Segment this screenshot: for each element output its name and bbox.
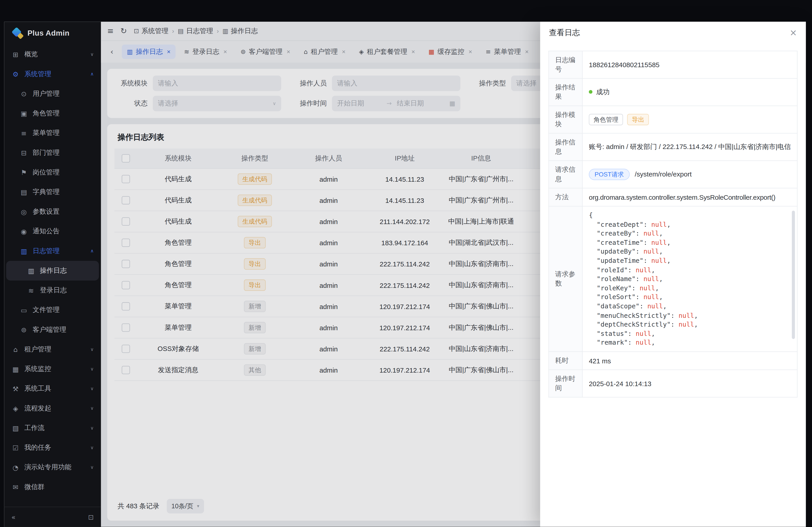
sidebar-item-menu[interactable]: ≡菜单管理 [6,123,99,143]
cell-operation-type: 导出 [219,274,291,296]
chevron-down-icon: ∨ [90,445,93,450]
sidebar-item-client[interactable]: ⊚客户端管理 [6,320,99,340]
filter-module-input[interactable]: 请输入 [153,76,281,91]
tab-tenant[interactable]: ⌂租户管理× [299,44,351,59]
sidebar-item-my-tasks[interactable]: ☑我的任务∨ [6,438,99,457]
sidebar-item-user[interactable]: ⊙用户管理 [6,84,99,104]
row-checkbox[interactable] [122,175,130,183]
close-tab-icon[interactable]: × [411,48,415,56]
date-end-placeholder: 结束日期 [392,99,446,108]
cell-ip-info: 中国|上海|上海市|联通 [443,211,520,232]
chevron-down-icon: ∨ [273,101,276,106]
filter-operator-label: 操作人员 [294,79,327,88]
sidebar-item-system-settings[interactable]: ⚙系统管理∧ [6,64,99,84]
system-icon: ⊡ [134,28,139,35]
sidebar-item-notice[interactable]: ◉通知公告 [6,222,99,241]
sidebar-item-label: 岗位管理 [33,168,60,177]
code-scrollbar-thumb[interactable] [792,211,795,339]
breadcrumb-item[interactable]: ▥操作日志 [222,26,258,35]
sidebar-item-post[interactable]: ⚑岗位管理 [6,163,99,182]
row-checkbox[interactable] [122,239,130,247]
sidebar-item-demo-feature[interactable]: ◔演示站专用功能∨ [6,457,99,477]
tab-label: 菜单管理 [494,47,521,56]
code-line: "createDept": null, [589,220,791,229]
operation-type-badge: 新增 [244,301,265,312]
field-method: 方法 org.dromara.system.controller.system.… [549,188,797,206]
tabs-back-icon[interactable]: ‹ [106,46,118,58]
menu-toggle-icon[interactable]: ≡ [107,27,114,35]
tab-operation-log[interactable]: ▥操作日志× [122,44,176,59]
sidebar-item-operation-log[interactable]: ▥操作日志 [6,261,99,281]
filter-module-label: 系统模块 [115,79,147,88]
filter-op-time-range[interactable]: 开始日期 → 结束日期 ▦ [332,96,460,111]
tab-login-log[interactable]: ≋登录日志× [179,44,232,59]
select-all-checkbox[interactable] [122,154,130,163]
code-line: "status": null, [589,329,791,338]
close-tab-icon[interactable]: × [167,48,171,56]
cell-operator: admin [291,317,367,338]
close-tab-icon[interactable]: × [342,48,346,56]
row-checkbox[interactable] [122,366,130,374]
null-literal: null [643,275,659,283]
close-tab-icon[interactable]: × [525,48,529,56]
sidebar-item-role[interactable]: ▣角色管理 [6,104,99,123]
row-checkbox[interactable] [122,345,130,353]
sidebar-item-monitor[interactable]: ▦系统监控∨ [6,359,99,379]
sidebar-item-tools[interactable]: ⚒系统工具∨ [6,379,99,398]
logo: Plus Admin [4,21,101,44]
cell-operation-type: 新增 [219,317,291,338]
result-text: 成功 [596,88,610,95]
tab-client[interactable]: ⊚客户端管理× [235,44,295,59]
cell-module: 代码生成 [137,190,219,211]
cell-operator: admin [291,274,367,296]
tab-label: 操作日志 [136,47,163,56]
sidebar-item-dictionary[interactable]: ▤字典管理 [6,182,99,202]
close-tab-icon[interactable]: × [468,48,472,56]
row-checkbox[interactable] [122,302,130,311]
field-label: 操作信息 [549,133,582,161]
filter-operator-input[interactable]: 请输入 [332,76,460,91]
sidebar-panel-icon[interactable]: ⊡ [88,513,94,521]
cell-ip: 120.197.212.174 [367,317,443,338]
row-checkbox[interactable] [122,281,130,289]
sidebar-item-department[interactable]: ⊟部门管理 [6,143,99,163]
refresh-icon[interactable]: ↻ [120,27,127,35]
sidebar-item-parameter[interactable]: ◎参数设置 [6,202,99,221]
cell-module: 角色管理 [137,253,219,274]
cell-ip: 14.145.11.23 [367,168,443,190]
file-icon: ▭ [20,306,28,314]
sidebar-item-dashboard[interactable]: ⊞概览∨ [6,44,99,64]
close-tab-icon[interactable]: × [223,48,227,56]
operation-log-icon: ▥ [27,267,35,274]
sidebar-item-tenant[interactable]: ⌂租户管理∨ [6,340,99,359]
row-checkbox[interactable] [122,260,130,268]
operation-type-tag: 导出 [627,114,649,125]
row-checkbox[interactable] [122,324,130,332]
filter-status-select[interactable]: 请选择 ∨ [153,96,281,111]
tab-tenant-package[interactable]: ◈租户套餐管理× [354,44,420,59]
collapse-sidebar-icon[interactable]: « [12,513,16,521]
tab-menu[interactable]: ≡菜单管理× [480,44,534,59]
sidebar-item-file[interactable]: ▭文件管理 [6,300,99,320]
row-checkbox[interactable] [122,196,130,205]
breadcrumb-item[interactable]: ⊡系统管理 [134,26,169,35]
code-line: "updateTime": null, [589,256,791,265]
cell-ip-info: 中国|山东省|济南市|... [443,338,520,359]
breadcrumb-item[interactable]: ▤日志管理 [178,26,213,35]
field-label: 方法 [549,188,582,206]
cell-ip: 211.144.202.172 [367,211,443,232]
close-tab-icon[interactable]: × [287,48,290,56]
tab-redis[interactable]: ▦缓存监控× [423,44,478,59]
row-checkbox[interactable] [122,217,130,226]
page-size-select[interactable]: 10条/页 ▾ [167,499,204,513]
sidebar-item-log[interactable]: ▥日志管理∧ [6,241,99,261]
close-icon[interactable]: × [790,28,797,37]
code-line: "roleId": null, [589,265,791,274]
sidebar-item-process-start[interactable]: ◈流程发起∨ [6,398,99,418]
sidebar-item-wechat[interactable]: ✉微信群 [6,477,99,497]
sidebar-item-label: 参数设置 [33,207,60,216]
cell-module: 代码生成 [137,211,219,232]
cell-operation-type: 生成代码 [219,211,291,232]
sidebar-item-workflow[interactable]: ▧工作流∨ [6,418,99,438]
sidebar-item-login-log[interactable]: ≋登录日志 [6,281,99,300]
